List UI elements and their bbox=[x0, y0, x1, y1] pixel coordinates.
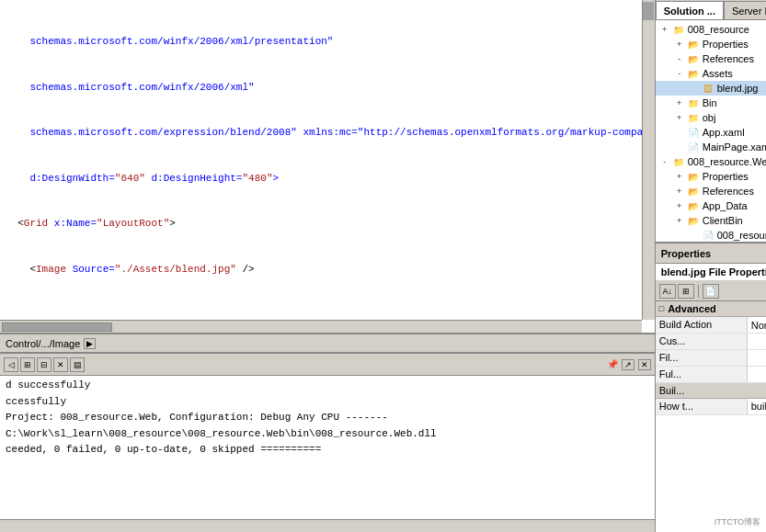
output-toolbar-right: 📌 ↗ ✕ bbox=[607, 359, 651, 370]
prop-row-custom-tool: Cus... bbox=[656, 334, 766, 350]
expand-properties-2[interactable]: + bbox=[674, 171, 685, 182]
folder-icon-bin: 📁 bbox=[687, 96, 700, 109]
tree-label-008resource: 008_resource bbox=[688, 24, 749, 35]
tab-server[interactable]: Server Ex. bbox=[724, 1, 766, 19]
code-line-4: d:DesignWidth="640" d:DesignHeight="480"… bbox=[6, 171, 649, 187]
props-page-btn[interactable]: 📄 bbox=[703, 284, 719, 299]
tree-item-properties-2[interactable]: + 📂 Properties bbox=[656, 169, 766, 184]
output-toolbar-icons: ◁ ⊞ ⊟ ✕ ▤ bbox=[4, 357, 85, 372]
tree-item-clientbin[interactable]: + 📂 ClientBin bbox=[656, 213, 766, 228]
tree-item-mainpagexaml[interactable]: 📄 MainPage.xaml bbox=[656, 140, 766, 154]
folder-icon-references-1: 📂 bbox=[687, 52, 700, 65]
expand-assets[interactable]: - bbox=[674, 68, 685, 79]
expand-properties-1[interactable]: + bbox=[674, 39, 685, 50]
toolbar-icon-4[interactable]: ✕ bbox=[53, 357, 68, 372]
tree-label-appxaml: App.xaml bbox=[703, 127, 745, 138]
folder-icon-clientbin: 📂 bbox=[687, 214, 700, 227]
scrollbar-thumb-v[interactable] bbox=[643, 2, 654, 20]
output-line-2: ccessfully bbox=[6, 394, 649, 411]
proj-icon-008resourceweb: 📁 bbox=[672, 155, 685, 168]
tree-item-references-2[interactable]: + 📂 References bbox=[656, 184, 766, 198]
prop-row-build-action: Build Action None bbox=[656, 317, 766, 334]
scrollbar-thumb-h[interactable] bbox=[2, 323, 112, 332]
expand-appdata[interactable]: + bbox=[674, 200, 685, 211]
props-cat-btn[interactable]: ⊞ bbox=[678, 284, 694, 299]
xaml-icon-app: 📄 bbox=[687, 126, 700, 139]
prop-value-custom-tool[interactable] bbox=[748, 334, 766, 349]
toolbar-icon-3[interactable]: ⊟ bbox=[37, 357, 51, 372]
expand-008resourceweb[interactable]: - bbox=[659, 156, 670, 167]
watermark: ITTCTO博客 bbox=[715, 516, 760, 528]
tree-item-properties-1[interactable]: + 📂 Properties bbox=[656, 37, 766, 51]
pin-icon[interactable]: 📌 bbox=[607, 359, 618, 369]
tree-item-appdata[interactable]: + 📂 App_Data bbox=[656, 198, 766, 213]
tree-label-references-2: References bbox=[703, 186, 754, 197]
expand-references-2[interactable]: + bbox=[674, 186, 685, 197]
code-editor-content: schemas.microsoft.com/winfx/2006/xml/pre… bbox=[0, 0, 655, 311]
expand-mainpagexaml bbox=[674, 141, 685, 153]
prop-name-how-to-build: How t... bbox=[656, 399, 748, 414]
tree-item-appxaml[interactable]: 📄 App.xaml bbox=[656, 125, 766, 140]
tree-item-008resourcexam[interactable]: 📄 008_resource.xam... bbox=[656, 228, 766, 242]
section-build-label: Buil... bbox=[659, 385, 685, 396]
close-panel-icon[interactable]: ✕ bbox=[638, 359, 651, 370]
properties-panel-header: Properties 📌 ✕ bbox=[656, 243, 766, 264]
tree-item-bin[interactable]: + 📁 Bin bbox=[656, 96, 766, 110]
code-line-3: schemas.microsoft.com/expression/blend/2… bbox=[6, 125, 649, 141]
prop-name-custom-tool: Cus... bbox=[656, 334, 748, 349]
folder-icon-properties-1: 📂 bbox=[687, 38, 700, 51]
prop-value-how-to-build: build bbox=[748, 399, 766, 414]
props-sort-btn[interactable]: A↓ bbox=[659, 284, 676, 299]
expand-clientbin[interactable]: + bbox=[674, 215, 685, 226]
props-content: □ Advanced Build Action None Cus... Fil.… bbox=[656, 301, 766, 532]
tree-item-blendjpg[interactable]: 🖼 blend.jpg bbox=[656, 81, 766, 96]
tree-label-bin: Bin bbox=[703, 97, 717, 108]
tree-label-properties-1: Properties bbox=[703, 39, 749, 50]
section-build-header: Buil... bbox=[656, 383, 766, 399]
code-line-2: schemas.microsoft.com/winfx/2006/xml" bbox=[6, 80, 649, 96]
section-advanced-header: □ Advanced bbox=[656, 301, 766, 317]
output-scrollbar[interactable] bbox=[0, 519, 655, 532]
folder-icon-appdata: 📂 bbox=[687, 199, 700, 212]
code-line-6: <Image Source="./Assets/blend.jpg" /> bbox=[6, 262, 649, 277]
breadcrumb: Control/.../Image ▶ bbox=[0, 334, 655, 353]
expand-references-1[interactable]: - bbox=[674, 53, 685, 64]
breadcrumb-text: Control/.../Image bbox=[6, 338, 80, 349]
folder-icon-assets: 📂 bbox=[687, 67, 700, 80]
tree-item-008resourceweb[interactable]: - 📁 008_resource.Web bbox=[656, 154, 766, 169]
tab-solution[interactable]: Solution ... bbox=[656, 1, 724, 19]
horizontal-scrollbar[interactable] bbox=[0, 320, 642, 333]
tree-item-references-1[interactable]: - 📂 References bbox=[656, 51, 766, 66]
tree-label-008resourcexam: 008_resource.xam... bbox=[717, 230, 766, 241]
section-minus-icon: □ bbox=[659, 304, 664, 313]
tree-item-008resource[interactable]: + 📁 008_resource bbox=[656, 22, 766, 37]
undock-icon[interactable]: ↗ bbox=[622, 359, 635, 370]
prop-value-build-action[interactable]: None bbox=[748, 317, 766, 333]
folder-icon-obj: 📁 bbox=[687, 111, 700, 124]
toolbar-icon-5[interactable]: ▤ bbox=[70, 357, 85, 372]
vertical-scrollbar[interactable] bbox=[642, 0, 655, 320]
toolbar-icon-2[interactable]: ⊞ bbox=[20, 357, 35, 372]
tree-item-assets[interactable]: - 📂 Assets bbox=[656, 66, 766, 81]
toolbar-icon-1[interactable]: ◁ bbox=[4, 357, 18, 372]
output-line-4: C:\Work\sl_learn\008_resource\008_resour… bbox=[6, 426, 649, 443]
file-icon-008resourcexam: 📄 bbox=[702, 229, 715, 242]
tree-label-clientbin: ClientBin bbox=[703, 215, 743, 226]
output-line-5: ceeded, 0 failed, 0 up-to-date, 0 skippe… bbox=[6, 442, 649, 458]
tree-label-blendjpg: blend.jpg bbox=[717, 83, 759, 94]
prop-name-file: Fil... bbox=[656, 350, 748, 366]
expand-008resource[interactable]: + bbox=[659, 24, 670, 35]
folder-icon-properties-2: 📂 bbox=[687, 170, 700, 183]
tree-item-obj[interactable]: + 📁 obj bbox=[656, 110, 766, 125]
expand-obj[interactable]: + bbox=[674, 112, 685, 123]
breadcrumb-expand[interactable]: ▶ bbox=[84, 338, 96, 349]
expand-bin[interactable]: + bbox=[674, 97, 685, 108]
prop-value-full-path bbox=[748, 367, 766, 382]
solution-tree: + 📁 008_resource + 📂 Properties - 📂 Refe… bbox=[656, 20, 766, 242]
props-divider bbox=[698, 285, 699, 298]
props-file-title: blend.jpg File Properties bbox=[656, 264, 766, 281]
prop-name-full-path: Ful... bbox=[656, 367, 748, 382]
folder-icon-references-2: 📂 bbox=[687, 185, 700, 198]
prop-row-how-to-build: How t... build bbox=[656, 399, 766, 415]
tree-label-008resourceweb: 008_resource.Web bbox=[688, 156, 766, 167]
